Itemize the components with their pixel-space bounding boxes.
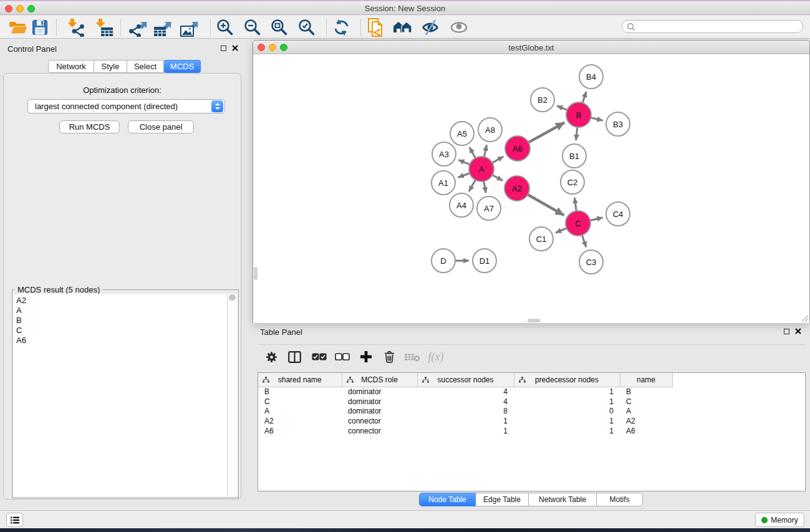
control-panel-close-icon[interactable]: [232, 45, 238, 51]
table-cell[interactable]: 1: [514, 387, 620, 397]
table-cell[interactable]: B: [258, 387, 342, 397]
function-builder-button[interactable]: f(x): [427, 348, 445, 365]
mcds-result-item[interactable]: C: [16, 326, 227, 336]
show-details-button[interactable]: [448, 17, 470, 37]
table-cell[interactable]: 8: [417, 406, 514, 416]
tab-motifs[interactable]: Motifs: [597, 493, 643, 506]
table-cell[interactable]: A: [258, 406, 342, 416]
network-vscroll-stub[interactable]: [254, 267, 258, 280]
zoom-fit-button[interactable]: [268, 17, 291, 37]
import-table-button[interactable]: [92, 17, 115, 37]
column-header[interactable]: name: [620, 373, 672, 387]
edge-B-B2[interactable]: [557, 106, 567, 110]
table-row[interactable]: A2connector11A2: [258, 416, 672, 426]
add-column-button[interactable]: [357, 348, 375, 365]
tab-network-table[interactable]: Network Table: [529, 493, 597, 506]
edge-C-C1[interactable]: [556, 228, 567, 233]
table-panel-float-icon[interactable]: [784, 329, 789, 334]
table-cell[interactable]: 1: [514, 416, 620, 426]
edge-B-B3[interactable]: [591, 118, 602, 121]
hide-details-button[interactable]: [419, 17, 441, 37]
edge-A2-C[interactable]: [528, 195, 564, 215]
delete-table-button[interactable]: [403, 348, 422, 365]
edge-C-C4[interactable]: [590, 218, 602, 221]
refresh-layout-button[interactable]: [330, 17, 353, 37]
table-cell[interactable]: 0: [514, 406, 620, 416]
delete-column-button[interactable]: [380, 348, 398, 365]
column-header[interactable]: shared name: [258, 373, 342, 387]
status-menu-button[interactable]: [6, 513, 23, 527]
export-image-button[interactable]: [178, 17, 201, 37]
table-cell[interactable]: C: [258, 397, 342, 407]
edge-A-A3[interactable]: [458, 160, 470, 164]
edge-A-A7[interactable]: [484, 181, 486, 193]
export-table-button[interactable]: [152, 17, 174, 37]
zoom-out-button[interactable]: [241, 17, 264, 37]
resize-grip-icon[interactable]: [800, 314, 809, 322]
table-cell[interactable]: A6: [620, 426, 672, 436]
save-session-button[interactable]: [29, 17, 51, 37]
optimization-criterion-dropdown[interactable]: largest connected component (directed): [27, 99, 225, 114]
table-row[interactable]: A6connector11A6: [258, 426, 672, 436]
table-cell[interactable]: 1: [417, 416, 514, 426]
table-cell[interactable]: connector: [342, 426, 417, 436]
network-canvas[interactable]: B4B2BB3A5A8A6B1A3AA1C2A2A4A7C4CC1C3DD1: [253, 54, 809, 323]
edge-A-A2[interactable]: [493, 175, 503, 181]
column-header[interactable]: successor nodes: [417, 373, 514, 387]
edge-C-C2[interactable]: [574, 198, 576, 211]
search-box[interactable]: [622, 20, 803, 33]
table-cell[interactable]: dominator: [342, 397, 417, 407]
edge-B-B4[interactable]: [582, 92, 586, 103]
node-table[interactable]: shared nameMCDS rolesuccessor nodesprede…: [258, 372, 806, 491]
table-cell[interactable]: A: [620, 406, 672, 416]
open-session-button[interactable]: [7, 17, 29, 37]
tab-mcds[interactable]: MCDS: [164, 60, 201, 73]
search-input[interactable]: [635, 22, 803, 32]
table-select-all-button[interactable]: [310, 348, 329, 365]
edge-A6-B[interactable]: [529, 123, 565, 143]
edge-A-A5[interactable]: [470, 147, 476, 158]
edge-A-A1[interactable]: [458, 173, 470, 178]
tab-select[interactable]: Select: [127, 60, 164, 73]
run-mcds-button[interactable]: Run MCDS: [59, 120, 120, 133]
table-cell[interactable]: B: [620, 387, 672, 397]
mcds-result-item[interactable]: B: [16, 316, 227, 326]
table-cell[interactable]: A2: [620, 416, 672, 426]
table-panel-close-icon[interactable]: [795, 328, 801, 334]
tab-node-table[interactable]: Node Table: [419, 493, 476, 506]
tab-network[interactable]: Network: [48, 60, 94, 73]
mcds-result-item[interactable]: A: [16, 306, 227, 316]
tab-style[interactable]: Style: [94, 60, 127, 73]
edge-A-A6[interactable]: [492, 157, 503, 163]
table-cell[interactable]: connector: [342, 416, 417, 426]
table-row[interactable]: Adominator80A: [258, 406, 672, 416]
table-deselect-all-button[interactable]: [333, 348, 352, 365]
control-panel-float-icon[interactable]: [221, 46, 226, 51]
table-cell[interactable]: 1: [514, 397, 620, 407]
table-cell[interactable]: A2: [258, 416, 342, 426]
zoom-selected-button[interactable]: [296, 17, 318, 37]
edge-A-A8[interactable]: [484, 145, 486, 157]
close-panel-button[interactable]: Close panel: [128, 120, 194, 133]
table-cell[interactable]: dominator: [342, 406, 417, 416]
clone-network-button[interactable]: [365, 17, 388, 37]
column-header[interactable]: MCDS role: [342, 373, 417, 387]
table-cell[interactable]: 1: [514, 426, 620, 436]
table-cell[interactable]: 1: [417, 426, 514, 436]
table-cell[interactable]: 4: [417, 387, 514, 397]
window-titlebar[interactable]: Session: New Session: [0, 1, 810, 15]
memory-button[interactable]: Memory: [755, 513, 804, 527]
table-settings-button[interactable]: [262, 348, 281, 365]
network-window-titlebar[interactable]: testGlobe.txt: [253, 41, 809, 54]
export-network-button[interactable]: [127, 17, 150, 37]
table-cell[interactable]: 4: [417, 397, 514, 407]
mcds-result-item[interactable]: A2: [16, 296, 227, 306]
zoom-in-button[interactable]: [214, 17, 236, 37]
mcds-result-scrollbar[interactable]: [227, 294, 237, 496]
edge-A-A4[interactable]: [469, 180, 475, 192]
home-button[interactable]: [392, 17, 415, 37]
table-cell[interactable]: A6: [258, 426, 342, 436]
edge-B-B1[interactable]: [576, 127, 577, 140]
table-cell[interactable]: C: [620, 397, 672, 407]
mcds-result-list[interactable]: A2ABCA6: [14, 294, 227, 496]
